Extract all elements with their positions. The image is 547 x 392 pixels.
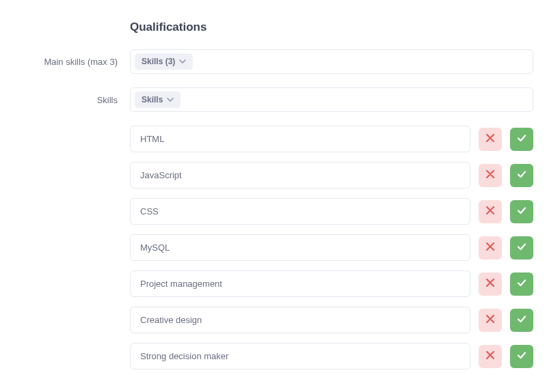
skill-input[interactable] <box>130 198 470 225</box>
skill-input[interactable] <box>130 343 470 369</box>
skills-label: Skills <box>14 95 130 105</box>
accept-button[interactable] <box>510 164 533 187</box>
skill-input[interactable] <box>130 126 470 152</box>
chevron-down-icon <box>167 96 174 103</box>
check-icon <box>516 313 527 326</box>
check-icon <box>516 241 527 254</box>
reject-button[interactable] <box>479 272 502 296</box>
x-icon <box>485 132 496 145</box>
skill-input[interactable] <box>130 234 470 261</box>
reject-button[interactable] <box>479 164 502 187</box>
check-icon <box>516 277 527 290</box>
x-icon <box>485 169 496 182</box>
x-icon <box>485 313 496 326</box>
skill-entry-row <box>130 307 533 333</box>
reject-button[interactable] <box>479 128 502 151</box>
main-skills-dropdown-label: Skills (3) <box>142 57 175 66</box>
check-icon <box>516 205 527 218</box>
skill-entry-row <box>130 343 533 369</box>
skill-input[interactable] <box>130 162 470 188</box>
check-icon <box>516 350 527 363</box>
skills-row: Skills Skills <box>14 87 533 112</box>
accept-button[interactable] <box>510 309 533 332</box>
skill-input[interactable] <box>130 270 470 297</box>
reject-button[interactable] <box>479 345 502 368</box>
accept-button[interactable] <box>510 200 533 223</box>
accept-button[interactable] <box>510 128 533 151</box>
skill-entry-row <box>130 162 533 188</box>
check-icon <box>516 132 527 145</box>
skills-dropdown-label: Skills <box>142 95 163 104</box>
section-title: Qualifications <box>130 20 533 34</box>
skills-dropdown-container[interactable]: Skills <box>130 87 533 112</box>
x-icon <box>485 205 496 218</box>
reject-button[interactable] <box>479 309 502 332</box>
skill-entry-row <box>130 126 533 152</box>
check-icon <box>516 169 527 182</box>
skill-entry-row <box>130 198 533 225</box>
skill-input[interactable] <box>130 307 470 333</box>
chevron-down-icon <box>179 58 186 65</box>
accept-button[interactable] <box>510 236 533 260</box>
reject-button[interactable] <box>479 236 502 260</box>
x-icon <box>485 277 496 290</box>
skills-dropdown[interactable]: Skills <box>135 92 181 108</box>
accept-button[interactable] <box>510 272 533 296</box>
main-skills-row: Main skills (max 3) Skills (3) <box>14 49 533 74</box>
skill-entry-row <box>130 234 533 261</box>
reject-button[interactable] <box>479 200 502 223</box>
qualifications-section: Qualifications Main skills (max 3) Skill… <box>0 0 547 392</box>
skill-entry-row <box>130 270 533 297</box>
main-skills-label: Main skills (max 3) <box>14 57 130 67</box>
skill-list <box>14 126 533 369</box>
x-icon <box>485 350 496 363</box>
x-icon <box>485 241 496 254</box>
main-skills-dropdown-container[interactable]: Skills (3) <box>130 49 533 74</box>
main-skills-dropdown[interactable]: Skills (3) <box>135 53 193 70</box>
accept-button[interactable] <box>510 345 533 368</box>
